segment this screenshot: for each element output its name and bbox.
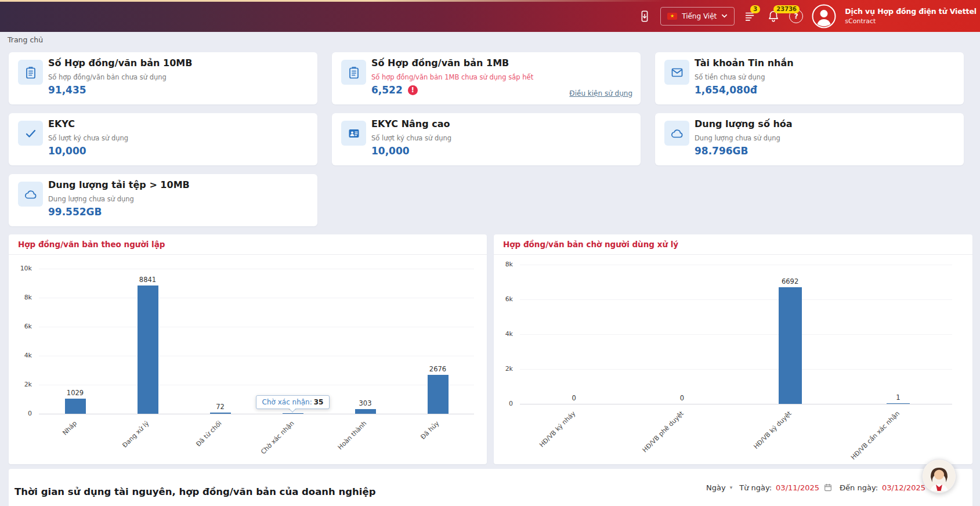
stat-card-contracts-10mb: Số Hợp đồng/văn bản 10MBSố hợp đồng/văn … <box>9 52 317 104</box>
language-selector[interactable]: ★ Tiếng Việt <box>660 7 735 26</box>
x-axis-category-label: Nháp <box>0 420 73 427</box>
y-axis-tick-label: 10k <box>10 265 32 272</box>
stat-card-ekyc-advanced: EKYC Nâng caoSố lượt ký chưa sử dụng10,0… <box>332 113 641 165</box>
card-subtitle: Số lượt ký chưa sử dụng <box>48 134 128 142</box>
card-value: 98.796GB <box>695 145 748 157</box>
card-title: Dung lượng số hóa <box>695 118 793 129</box>
y-axis-tick-label: 6k <box>10 323 32 330</box>
from-date-value[interactable]: 03/11/2025 <box>776 483 819 492</box>
chart-bar[interactable] <box>779 287 802 404</box>
granularity-select[interactable]: Ngày ▾ <box>706 483 732 492</box>
bar-value-label: 303 <box>359 399 372 407</box>
card-title: Số Hợp đồng/văn bản 1MB <box>371 57 509 68</box>
bar-chart-by-creator: 02k4k6k8k10k1029Nháp8841Đang xử lý72Đã t… <box>9 234 487 464</box>
chevron-down-icon <box>721 13 728 19</box>
gridline <box>39 269 474 269</box>
calendar-icon[interactable] <box>823 483 833 492</box>
gridline <box>39 356 474 356</box>
viettel-scontract-dashboard: ★ Tiếng Việt 3 23736 ? <box>0 0 980 506</box>
bar-value-label: 1029 <box>67 389 84 397</box>
check-icon <box>18 121 43 146</box>
cloud-icon <box>18 182 43 207</box>
bar-value-label: 8841 <box>139 276 156 284</box>
stat-card-upload-storage: Dung lượng tải tệp > 10MBDung lượng chưa… <box>9 174 317 226</box>
y-axis-tick-label: 8k <box>10 294 32 301</box>
chart-panel-contracts-by-creator: Hợp đồng/văn bản theo người lập 02k4k6k8… <box>9 234 487 464</box>
chart-bar[interactable] <box>355 409 376 414</box>
y-axis-tick-label: 2k <box>491 365 513 373</box>
brand-subtitle: sContract <box>845 17 977 25</box>
stat-card-digitize-storage: Dung lượng số hóaDung lượng chưa sử dụng… <box>655 113 964 165</box>
gridline <box>520 265 952 265</box>
chart-tooltip: Chờ xác nhận:35 <box>256 395 330 409</box>
brand-title: Dịch vụ Hợp đồng điện tử Viettel <box>845 7 977 16</box>
x-axis-category-label: Hoàn thành <box>288 420 363 427</box>
chart-bar[interactable] <box>887 403 910 404</box>
x-axis-category-label: Chờ xác nhận <box>215 420 291 427</box>
y-axis-tick-label: 6k <box>491 295 513 303</box>
card-subtitle: Số hợp đồng/văn bản 1MB chưa sử dụng sắp… <box>371 73 533 81</box>
from-date-label: Từ ngày: <box>739 483 772 492</box>
x-axis-category-label: HĐ/VB phê duyệt <box>604 410 679 417</box>
card-value: 91,435 <box>48 84 86 96</box>
to-date-value[interactable]: 03/12/2025 <box>882 483 925 492</box>
header-actions: ★ Tiếng Việt 3 23736 ? <box>637 0 978 32</box>
language-label: Tiếng Việt <box>682 12 717 20</box>
mobile-app-download-icon[interactable] <box>637 9 652 24</box>
account-avatar-icon[interactable] <box>811 3 837 29</box>
clipboard-icon <box>341 60 366 85</box>
card-subtitle: Dung lượng chưa sử dụng <box>48 195 134 203</box>
card-title: EKYC <box>48 118 75 129</box>
app-header: ★ Tiếng Việt 3 23736 ? <box>0 0 980 32</box>
contracts-menu-icon[interactable]: 3 <box>743 9 758 24</box>
date-filter: Ngày ▾ Từ ngày: 03/11/2025 Đến ngày: 03/… <box>706 483 939 492</box>
bar-value-label: 6692 <box>782 277 798 285</box>
cloud-icon <box>664 121 689 146</box>
warning-icon[interactable]: ! <box>408 85 418 95</box>
help-icon[interactable]: ? <box>789 9 803 23</box>
vietnam-flag-icon: ★ <box>667 13 677 20</box>
granularity-value: Ngày <box>706 483 726 492</box>
notifications-bell-icon[interactable]: 23736 <box>766 9 781 24</box>
card-title: Tài khoản Tin nhắn <box>695 57 794 68</box>
card-value: 10,000 <box>48 145 86 157</box>
bar-value-label: 0 <box>680 394 684 402</box>
card-subtitle: Số hợp đồng/văn bản chưa sử dụng <box>48 73 167 81</box>
gridline <box>39 298 474 298</box>
section-title: Thời gian sử dụng tài nguyên, hợp đồng/v… <box>15 486 376 497</box>
y-axis-tick-label: 2k <box>10 381 32 388</box>
chart-bar[interactable] <box>210 413 231 414</box>
to-date-label: Đến ngày: <box>840 483 878 492</box>
chart-panel-pending-user-action: Hợp đồng/văn bản chờ người dùng xử lý 02… <box>494 234 972 464</box>
breadcrumb: Trang chủ <box>8 35 43 44</box>
breadcrumb-home-link[interactable]: Trang chủ <box>8 35 43 44</box>
card-title: EKYC Nâng cao <box>371 118 450 129</box>
x-axis-category-label: HĐ/VB ký nháy <box>496 410 572 417</box>
bar-value-label: 2676 <box>429 365 446 373</box>
bar-value-label: 0 <box>572 394 576 402</box>
clipboard-icon <box>18 60 43 85</box>
y-axis-tick-label: 4k <box>491 330 513 338</box>
chart-bar[interactable] <box>65 399 86 414</box>
chart-bar[interactable] <box>138 285 158 414</box>
terms-of-use-link[interactable]: Điều kiện sử dụng <box>569 89 632 97</box>
x-axis-category-label: Đang xử lý <box>70 420 146 427</box>
stat-card-ekyc: EKYCSố lượt ký chưa sử dụng10,000 <box>9 113 317 165</box>
gridline <box>39 327 474 327</box>
x-axis-line <box>39 414 474 414</box>
card-value: 10,000 <box>371 145 410 157</box>
help-glyph: ? <box>794 12 798 20</box>
gridline <box>520 299 952 300</box>
card-subtitle: Dung lượng chưa sử dụng <box>695 134 780 142</box>
x-axis-category-label: HĐ/VB ký duyệt <box>713 410 788 417</box>
chart-bar[interactable] <box>283 413 303 414</box>
x-axis-line <box>520 404 952 404</box>
gridline <box>39 385 474 385</box>
support-chat-avatar[interactable] <box>922 459 956 493</box>
y-axis-tick-label: 0 <box>491 400 513 407</box>
envelope-icon <box>664 60 689 85</box>
x-axis-category-label: Đã từ chối <box>143 420 218 427</box>
chart-bar[interactable] <box>428 375 449 414</box>
stat-cards-grid: Số Hợp đồng/văn bản 10MBSố hợp đồng/văn … <box>9 52 964 226</box>
bar-chart-pending-user-action: 02k4k6k8k0HĐ/VB ký nháy0HĐ/VB phê duyệt6… <box>494 234 972 464</box>
